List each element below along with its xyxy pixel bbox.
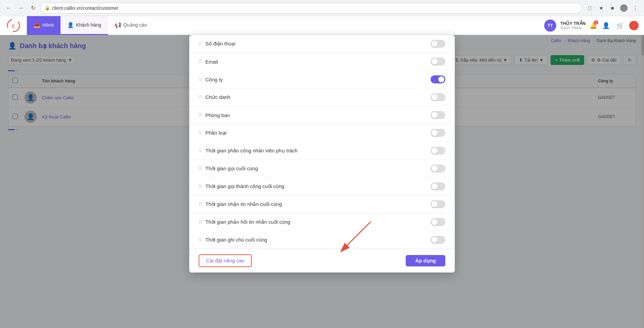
toggle-tgntncc[interactable] xyxy=(431,200,445,208)
toggle-tgpc[interactable] xyxy=(431,147,445,155)
toggle-track-tggcc xyxy=(431,165,445,173)
inbox-icon: 📥 xyxy=(34,22,40,28)
reload-button[interactable]: ↻ xyxy=(28,3,38,13)
row-label-sodienthoai: ⠿ Số điện thoại xyxy=(199,41,236,47)
svg-text:C: C xyxy=(12,24,15,29)
modal-row-tggcc: ⠿ Thời gian gọi cuối cùng xyxy=(189,160,455,178)
back-button[interactable]: ← xyxy=(4,3,13,13)
toggle-track-sodienthoai xyxy=(431,40,445,48)
modal-row-sodienthoai: ⠿ Số điện thoại xyxy=(189,35,455,53)
drag-handle-icon: ⠿ xyxy=(199,59,202,64)
toggle-tggccc[interactable] xyxy=(431,236,445,244)
browser-icons: ⎕ ★ ■ ⋮ xyxy=(585,3,640,13)
menu-icon[interactable]: ⋮ xyxy=(631,3,640,13)
sidebar-item-inbox[interactable]: 📥 Inbox xyxy=(27,16,61,35)
toggle-thumb-sodienthoai xyxy=(432,41,438,47)
label-tgpc: Thời gian phân công nhân viên phụ trách xyxy=(205,148,297,154)
modal-row-phanloai: ⠿ Phân loại xyxy=(189,124,455,142)
drag-handle-icon: ⠿ xyxy=(199,77,202,82)
modal-row-tggccc: ⠿ Thời gian ghi chú cuối cùng xyxy=(189,231,455,249)
toggle-thumb-tggcc xyxy=(432,166,438,172)
toggle-track-tggtccc xyxy=(431,182,445,190)
toggle-track-phanloai xyxy=(431,129,445,137)
cart-nav-icon[interactable]: 🛒 xyxy=(615,21,625,31)
row-label-tggtccc: ⠿ Thời gian gọi thành công cuối cùng xyxy=(199,183,284,189)
bookmark-icon[interactable]: ★ xyxy=(596,3,606,13)
toggle-sodienthoai[interactable] xyxy=(431,40,445,48)
toggle-track-email xyxy=(431,58,445,66)
modal-row-phongban: ⠿ Phòng ban xyxy=(189,106,455,124)
address-bar[interactable]: 🔒 client.callio.vn/contact/customer xyxy=(40,3,582,13)
modal-row-congty: ⠿ Công ty xyxy=(189,71,455,88)
label-tgphtnccc: Thời gian phản hồi tin nhắn cuối cùng xyxy=(205,219,290,225)
drag-handle-icon: ⠿ xyxy=(199,130,202,136)
notification-badge: 2 xyxy=(594,21,598,25)
modal-row-tgphtnccc: ⠿ Thời gian phản hồi tin nhắn cuối cùng xyxy=(189,213,455,231)
logo-area: C xyxy=(0,16,27,35)
contacts-nav-icon[interactable]: 👤 xyxy=(601,21,611,31)
row-label-email: ⠿ Email xyxy=(199,59,218,65)
label-tgntncc: Thời gian nhận tin nhắn cuối cùng xyxy=(205,201,282,207)
row-label-tgpc: ⠿ Thời gian phân công nhân viên phụ trác… xyxy=(199,148,297,154)
advanced-settings-label: Cài đặt nâng cao xyxy=(206,258,244,263)
row-label-chucdanh: ⠿ Chức danh xyxy=(199,94,230,100)
quangcao-label: Quảng cáo xyxy=(123,22,147,28)
modal-row-email: ⠿ Email xyxy=(189,53,455,71)
label-phanloai: Phân loại xyxy=(205,130,227,136)
label-tggccc: Thời gian ghi chú cuối cùng xyxy=(205,237,267,243)
toggle-email[interactable] xyxy=(431,58,445,66)
row-label-tggccc: ⠿ Thời gian ghi chú cuối cùng xyxy=(199,237,267,243)
modal-row-tgntncc: ⠿ Thời gian nhận tin nhắn cuối cùng xyxy=(189,195,455,213)
apply-button[interactable]: Áp dụng xyxy=(406,255,445,266)
nav-right: TT THỦY TRẦN THỦY TRẦN 🔔 2 👤 🛒 xyxy=(544,20,644,32)
drag-handle-icon: ⠿ xyxy=(199,166,202,171)
toggle-phongban[interactable] xyxy=(431,111,445,119)
row-label-tggcc: ⠿ Thời gian gọi cuối cùng xyxy=(199,166,258,172)
modal-box: ⠿ Số điện thoại ⠿ Email xyxy=(189,35,455,272)
drag-handle-icon: ⠿ xyxy=(199,202,202,207)
user-info: THỦY TRẦN THỦY TRẦN xyxy=(560,21,586,30)
row-label-congty: ⠿ Công ty xyxy=(199,77,223,82)
toggle-track-tgntncc xyxy=(431,200,445,208)
toggle-phanloai[interactable] xyxy=(431,129,445,137)
forward-button[interactable]: → xyxy=(16,3,26,13)
extensions-icon[interactable]: ■ xyxy=(608,3,617,13)
toggle-chucdanh[interactable] xyxy=(431,93,445,101)
toggle-thumb-tgpc xyxy=(432,148,438,154)
label-tggtccc: Thời gian gọi thành công cuối cùng xyxy=(205,183,284,189)
toggle-tggcc[interactable] xyxy=(431,165,445,173)
toggle-track-tgpc xyxy=(431,147,445,155)
drag-handle-icon: ⠿ xyxy=(199,237,202,243)
sidebar-item-khachhang[interactable]: 👤 Khách hàng xyxy=(61,16,108,35)
row-label-phanloai: ⠿ Phân loại xyxy=(199,130,227,136)
label-congty: Công ty xyxy=(205,77,223,82)
advanced-settings-button[interactable]: Cài đặt nâng cao xyxy=(199,254,252,267)
drag-handle-icon: ⠿ xyxy=(199,148,202,153)
drag-handle-icon: ⠿ xyxy=(199,95,202,100)
notification-bell[interactable]: 🔔 2 xyxy=(590,22,597,29)
inbox-label: Inbox xyxy=(42,22,54,28)
app-container: C 📥 Inbox 👤 Khách hàng 📢 Quảng cáo TT xyxy=(0,16,644,328)
toggle-tggtccc[interactable] xyxy=(431,182,445,190)
toggle-thumb-phanloai xyxy=(432,130,438,136)
lock-icon: 🔒 xyxy=(45,5,50,10)
toggle-congty[interactable] xyxy=(431,75,445,83)
label-email: Email xyxy=(205,59,218,65)
toggle-thumb-tggccc xyxy=(432,237,438,243)
toggle-track-phongban xyxy=(431,111,445,119)
row-label-tgntncc: ⠿ Thời gian nhận tin nhắn cuối cùng xyxy=(199,201,282,207)
profile-icon[interactable] xyxy=(619,3,629,13)
browser-bar: ← → ↻ 🔒 client.callio.vn/contact/custome… xyxy=(0,0,644,16)
toggle-tgphtnccc[interactable] xyxy=(431,218,445,226)
modal-row-tgpc: ⠿ Thời gian phân công nhân viên phụ trác… xyxy=(189,142,455,160)
customer-icon: 👤 xyxy=(67,22,74,28)
user-name: THỦY TRẦN xyxy=(560,21,586,26)
toggle-track-congty xyxy=(431,75,445,83)
label-sodienthoai: Số điện thoại xyxy=(205,41,236,47)
page-content: Callio → Khách Hàng → Danh Bạ Khách Hàng… xyxy=(0,35,644,328)
toggle-thumb-congty xyxy=(438,76,444,82)
cast-icon[interactable]: ⎕ xyxy=(585,3,594,13)
modal-overlay: ⠿ Số điện thoại ⠿ Email xyxy=(0,35,644,328)
row-label-phongban: ⠿ Phòng ban xyxy=(199,112,230,118)
sidebar-item-quangcao[interactable]: 📢 Quảng cáo xyxy=(108,16,154,35)
